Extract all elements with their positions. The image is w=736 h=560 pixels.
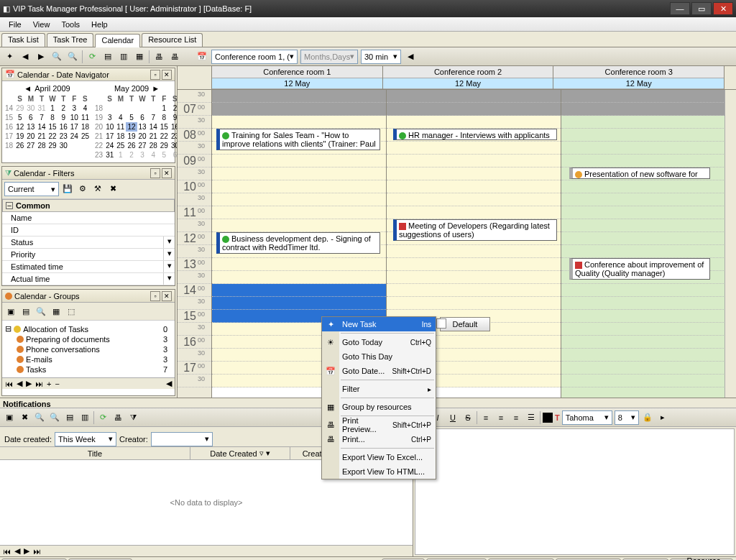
ctx-new-task[interactable]: ✦New TaskIns [322, 317, 436, 331]
filter-name[interactable]: Name [2, 212, 175, 224]
tool-new-icon[interactable]: ✦ [3, 50, 16, 63]
tree-tool4-icon[interactable]: ▦ [50, 305, 63, 318]
nt-filter-icon[interactable]: ⧩ [126, 411, 139, 424]
filter-current-combo[interactable]: Current▾ [4, 182, 59, 196]
nt-tool4-icon[interactable]: 🔍 [48, 411, 61, 424]
close-button[interactable]: ✕ [713, 2, 733, 15]
nt-tool3-icon[interactable]: 🔍 [33, 411, 46, 424]
month1-grid[interactable]: SMTWTFS 142930311234 15567891011 1612131… [4, 94, 91, 150]
nt-tool2-icon[interactable]: ✖ [18, 411, 31, 424]
scrollbar[interactable] [724, 90, 736, 398]
tool-list3-icon[interactable]: ▦ [133, 50, 146, 63]
filter-save-icon[interactable]: 💾 [61, 182, 74, 195]
tree-item[interactable]: E-mails [26, 355, 52, 364]
font-combo[interactable]: Tahoma▾ [562, 410, 612, 425]
tree-tool3-icon[interactable]: 🔍 [34, 305, 47, 318]
more-icon[interactable]: ▸ [656, 411, 669, 424]
panel-pin-icon[interactable]: ▫ [150, 168, 160, 178]
room1-header[interactable]: Conference room 1 [212, 66, 382, 78]
menu-tools[interactable]: Tools [55, 19, 86, 30]
tool-calendar-icon[interactable]: 📅 [196, 50, 208, 63]
filter-id[interactable]: ID [2, 224, 175, 237]
tree-item[interactable]: Phone conversations [26, 345, 100, 354]
tool-list1-icon[interactable]: ▤ [101, 50, 114, 63]
room3-header[interactable]: Conference room 3 [553, 66, 724, 78]
tool-list2-icon[interactable]: ▥ [117, 50, 130, 63]
lock-icon[interactable]: 🔒 [641, 411, 654, 424]
align-left-icon[interactable]: ≡ [479, 411, 492, 424]
align-right-icon[interactable]: ≡ [510, 411, 523, 424]
nt-print-icon[interactable]: 🖶 [111, 411, 124, 424]
prev-month-icon[interactable]: ◄ [24, 84, 32, 93]
color-icon[interactable] [543, 413, 553, 423]
tree-nav[interactable]: ⏮◀▶⏭+−◀ [2, 377, 175, 389]
tree-item[interactable]: Preparing of documents [26, 335, 110, 344]
tool-zoom2-icon[interactable]: 🔍 [66, 50, 79, 63]
ctx-goto-date[interactable]: 📅Goto Date...Shift+Ctrl+D [322, 364, 436, 378]
strike-icon[interactable]: S [461, 411, 474, 424]
col-date[interactable]: Date Created▿▾ [190, 447, 290, 459]
tool-back-icon[interactable]: ◀ [19, 50, 32, 63]
room3-column[interactable] [561, 90, 736, 398]
filter-actual[interactable]: Actual time▾ [2, 273, 175, 285]
tree-tool2-icon[interactable]: ▤ [19, 305, 32, 318]
grid-nav[interactable]: ⏮◀▶⏭ [0, 545, 413, 556]
maximize-button[interactable]: ▭ [691, 2, 712, 15]
tool-print-icon[interactable]: 🖶 [152, 50, 165, 63]
minimize-button[interactable]: — [670, 2, 690, 15]
tree-item[interactable]: Tasks [26, 365, 46, 374]
event-business[interactable]: Business development dep. - Signing of c… [216, 232, 380, 254]
ctx-filter[interactable]: Filter▸ [322, 382, 436, 396]
tree-root[interactable]: Allocation of Tasks [23, 325, 88, 334]
editor-area[interactable] [415, 428, 735, 555]
next-month-icon[interactable]: ► [152, 84, 160, 93]
filter-clear-icon[interactable]: ✖ [106, 182, 119, 195]
rooms-combo[interactable]: Conference room 1, (▾ [211, 50, 298, 64]
menu-view[interactable]: View [27, 19, 56, 30]
panel-pin-icon[interactable]: ▫ [150, 291, 160, 301]
interval-combo[interactable]: 30 min▾ [361, 50, 401, 64]
tool-refresh-icon[interactable]: ⟳ [86, 50, 98, 63]
panel-pin-icon[interactable]: ▫ [150, 70, 160, 80]
filter-tool-icon[interactable]: ⚙ [76, 182, 89, 195]
scale-combo[interactable]: Months,Days▾ [300, 50, 358, 64]
nt-tool6-icon[interactable]: ▥ [78, 411, 91, 424]
tab-task-list[interactable]: Task List [1, 33, 45, 47]
common-section[interactable]: −Common [2, 199, 175, 212]
tool-fwd-icon[interactable]: ▶ [34, 50, 47, 63]
menu-help[interactable]: Help [86, 19, 114, 30]
underline-icon[interactable]: U [446, 411, 459, 424]
ctx-goto-this-day[interactable]: Goto This Day [322, 349, 436, 364]
groups-tree[interactable]: ⊟ Allocation of Tasks0 Preparing of docu… [2, 321, 175, 377]
filter-est[interactable]: Estimated time▾ [2, 261, 175, 273]
tab-task-tree[interactable]: Task Tree [47, 33, 94, 47]
ctx-preview[interactable]: 🖶Print Preview...Shift+Ctrl+P [322, 418, 436, 432]
nt-tool5-icon[interactable]: ▤ [63, 411, 76, 424]
event-presentation[interactable]: Presentation of new software for Account… [569, 167, 710, 179]
tool-zoom-icon[interactable]: 🔍 [50, 50, 63, 63]
panel-close-icon[interactable]: ✕ [162, 168, 172, 178]
room2-header[interactable]: Conference room 2 [383, 66, 553, 78]
event-hr[interactable]: HR manager - Interviews with applicants [393, 129, 557, 140]
align-center-icon[interactable]: ≡ [494, 411, 507, 424]
date-created-combo[interactable]: This Week▾ [55, 432, 116, 446]
ctx-group[interactable]: ▦Group by resources [322, 400, 436, 414]
filter-status[interactable]: Status▾ [2, 237, 175, 249]
menu-file[interactable]: File [3, 19, 27, 30]
tool-collapse-icon[interactable]: ◀ [404, 50, 417, 63]
event-training[interactable]: Training for Sales Team - "How to improv… [216, 129, 380, 150]
default-checkbox[interactable] [436, 318, 446, 329]
panel-close-icon[interactable]: ✕ [162, 70, 172, 80]
default-button[interactable]: Default [440, 317, 490, 331]
filter-tool2-icon[interactable]: ⚒ [91, 182, 104, 195]
panel-close-icon[interactable]: ✕ [162, 291, 172, 301]
tab-resource-list[interactable]: Resource List [142, 33, 203, 47]
nt-refresh-icon[interactable]: ⟳ [96, 411, 109, 424]
tree-tool-icon[interactable]: ▣ [4, 305, 17, 318]
ctx-export-html[interactable]: Export View To HTML... [322, 464, 436, 479]
tab-calendar[interactable]: Calendar [95, 34, 140, 47]
ctx-print[interactable]: 🖶Print...Ctrl+P [322, 432, 436, 446]
event-developers[interactable]: Meeting of Developers (Regarding latest … [393, 219, 557, 241]
col-title[interactable]: Title [0, 447, 190, 459]
tree-tool5-icon[interactable]: ⬚ [65, 305, 78, 318]
